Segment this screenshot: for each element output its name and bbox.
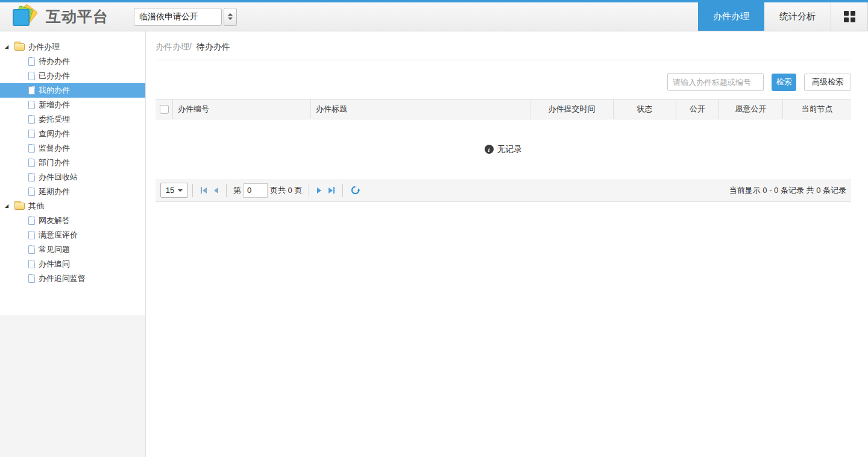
spinner-down-icon <box>228 17 233 20</box>
department-combo <box>134 2 237 31</box>
file-icon <box>28 115 35 124</box>
sidebar: ◢ 办件办理 待办办件 已办办件 我的办件 新 <box>0 31 146 457</box>
tree-item-daiban[interactable]: 待办办件 <box>0 54 145 69</box>
breadcrumb: 办件办理/ 待办办件 <box>156 42 851 52</box>
nav-tree: ◢ 办件办理 待办办件 已办办件 我的办件 新 <box>0 31 145 315</box>
file-icon <box>28 231 35 239</box>
divider <box>192 184 193 197</box>
tree-item-xinzeng[interactable]: 新增办件 <box>0 98 145 112</box>
tree-item-wangyou[interactable]: 网友解答 <box>0 213 145 228</box>
col-header-title: 办件标题 <box>310 99 530 119</box>
empty-text: 无记录 <box>497 144 523 155</box>
last-page-button[interactable] <box>325 187 338 194</box>
main-content: 办件办理/ 待办办件 检索 高级检索 办件编号 办件标题 办件提交时间 状态 公… <box>146 31 868 457</box>
tree-group-qita[interactable]: ◢ 其他 <box>0 199 145 213</box>
info-icon: i <box>485 145 494 154</box>
page-number-input[interactable] <box>244 183 268 198</box>
tree-group-banjian[interactable]: ◢ 办件办理 <box>0 40 145 54</box>
col-header-public: 公开 <box>676 99 719 119</box>
spinner-up-icon <box>228 13 233 16</box>
page-prefix-label: 第 <box>233 185 241 196</box>
department-input[interactable] <box>134 8 222 26</box>
prev-page-icon <box>214 188 218 194</box>
file-icon <box>28 260 35 268</box>
col-header-number: 办件编号 <box>172 99 310 119</box>
next-page-icon <box>317 188 321 194</box>
tree-item-bumen[interactable]: 部门办件 <box>0 156 145 170</box>
page-size-select[interactable]: 15 <box>160 183 188 198</box>
expand-arrow-icon: ◢ <box>5 45 11 49</box>
tree-group-label: 其他 <box>28 201 44 212</box>
col-header-willing-public: 愿意公开 <box>719 99 782 119</box>
tree-item-jiandu[interactable]: 监督办件 <box>0 141 145 156</box>
file-icon <box>28 86 35 95</box>
tab-banjian-banli[interactable]: 办件办理 <box>698 0 764 31</box>
file-icon <box>28 173 35 181</box>
brand: 互动平台 <box>0 2 108 31</box>
file-icon <box>28 188 35 196</box>
spinner-button[interactable] <box>224 8 237 26</box>
table-header-row: 办件编号 办件标题 办件提交时间 状态 公开 愿意公开 当前节点 <box>156 99 851 119</box>
folder-icon <box>14 203 25 210</box>
file-icon <box>28 245 35 254</box>
tree-item-zhuiwen[interactable]: 办件追问 <box>0 257 145 271</box>
file-icon <box>28 101 35 109</box>
divider <box>156 60 851 60</box>
next-page-button[interactable] <box>313 188 325 194</box>
folder-icon <box>14 43 25 51</box>
file-icon <box>28 72 35 80</box>
search-row: 检索 高级检索 <box>156 73 851 91</box>
select-all-checkbox[interactable] <box>160 105 169 114</box>
advanced-search-button[interactable]: 高级检索 <box>804 74 851 91</box>
expand-arrow-icon: ◢ <box>5 204 11 209</box>
prev-page-button[interactable] <box>210 188 222 194</box>
tree-item-chayue[interactable]: 查阅办件 <box>0 127 145 141</box>
refresh-button[interactable] <box>347 186 363 195</box>
file-icon <box>28 216 35 225</box>
last-page-icon <box>329 188 333 194</box>
apps-grid-button[interactable] <box>831 2 868 31</box>
page-suffix-label: 页共 0 页 <box>270 185 302 196</box>
divider <box>342 184 343 197</box>
search-button[interactable]: 检索 <box>772 74 796 91</box>
tree-group-label: 办件办理 <box>28 42 60 52</box>
tree-item-changjian[interactable]: 常见问题 <box>0 242 145 257</box>
file-icon <box>28 144 35 153</box>
tree-item-zhuiwen-jiandu[interactable]: 办件追问监督 <box>0 271 145 286</box>
tree-item-huishouzhan[interactable]: 办件回收站 <box>0 170 145 184</box>
refresh-icon <box>351 186 360 195</box>
app-logo-icon <box>12 5 39 29</box>
first-page-button[interactable] <box>197 187 210 194</box>
tab-tongji-fenxi[interactable]: 统计分析 <box>764 2 831 31</box>
tree-item-manyidu[interactable]: 满意度评价 <box>0 228 145 242</box>
divider <box>309 184 309 197</box>
file-icon <box>28 130 35 138</box>
app-window: 互动平台 办件办理 统计分析 ◢ 办件办理 <box>0 0 868 457</box>
pagination-toolbar: 15 第 页共 0 页 <box>156 179 851 202</box>
app-title: 互动平台 <box>46 7 108 27</box>
file-icon <box>28 274 35 283</box>
header: 互动平台 办件办理 统计分析 <box>0 2 868 31</box>
col-header-status: 状态 <box>613 99 676 119</box>
tree-item-weituo[interactable]: 委托受理 <box>0 112 145 127</box>
tree-item-yanqi[interactable]: 延期办件 <box>0 184 145 199</box>
empty-state: i 无记录 <box>156 119 851 179</box>
breadcrumb-parent[interactable]: 办件办理/ <box>156 42 192 51</box>
grid-icon <box>844 11 855 22</box>
tree-item-wode[interactable]: 我的办件 <box>0 83 145 98</box>
first-page-icon <box>203 188 207 194</box>
file-icon <box>28 159 35 167</box>
search-input[interactable] <box>667 73 764 91</box>
records-summary: 当前显示 0 - 0 条记录 共 0 条记录 <box>729 185 846 196</box>
col-header-submit-time: 办件提交时间 <box>530 99 613 119</box>
breadcrumb-current: 待办办件 <box>197 42 230 51</box>
divider <box>226 184 227 197</box>
tree-item-yiban[interactable]: 已办办件 <box>0 69 145 83</box>
col-header-current-node: 当前节点 <box>782 99 851 119</box>
file-icon <box>28 57 35 66</box>
chevron-down-icon <box>178 189 183 192</box>
